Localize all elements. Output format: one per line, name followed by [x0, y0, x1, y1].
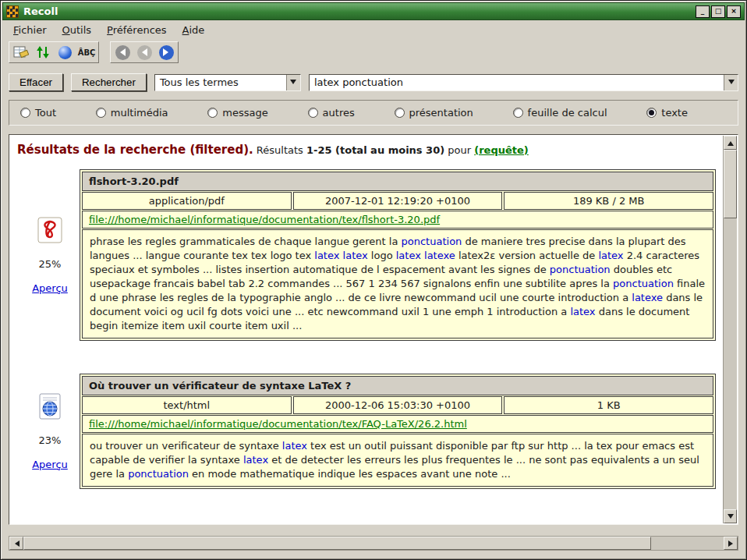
filter-radio-presentation[interactable]: présentation: [395, 107, 473, 119]
result-mime: application/pdf: [82, 192, 292, 210]
vertical-scrollbar-track[interactable]: [724, 218, 737, 509]
pdf-file-icon: [37, 217, 62, 246]
filter-label: présentation: [409, 107, 473, 119]
radio-icon: [96, 108, 106, 118]
query-sphere-icon[interactable]: [55, 44, 75, 61]
recoll-app-icon: [6, 5, 19, 18]
radio-icon: [207, 108, 218, 118]
horizontal-scrollbar-thumb[interactable]: [23, 537, 651, 550]
next-page-circle: [159, 45, 174, 60]
radio-icon: [308, 108, 318, 118]
relevance-score: 25%: [39, 258, 62, 270]
sort-by-dates-icon[interactable]: [33, 44, 53, 61]
filter-radio-message[interactable]: message: [207, 107, 267, 119]
search-query-input[interactable]: [310, 75, 724, 90]
result-table: Où trouver un vérificateur de syntaxe La…: [80, 374, 716, 489]
html-file-icon: [37, 393, 62, 422]
scroll-left-icon[interactable]: [9, 537, 23, 550]
result-size: 189 KB / 2 MB: [504, 192, 713, 210]
result-date: 2007-12-01 12:19:20 +0100: [293, 192, 503, 210]
first-page-icon[interactable]: [112, 44, 133, 61]
vertical-scrollbar[interactable]: [723, 136, 737, 523]
menu-aide[interactable]: Aide: [176, 23, 211, 37]
toolbar-group-main: ÂBÇ: [9, 41, 99, 63]
clear-button[interactable]: Effacer: [9, 73, 63, 91]
close-icon[interactable]: ×: [727, 5, 741, 18]
results-header-title: Résultats de la recherche (filtered).: [17, 143, 253, 157]
result-url-link[interactable]: file:///home/michael/informatique/docume…: [89, 214, 440, 225]
match-mode-value: Tous les termes: [155, 75, 286, 90]
results-range: 1-25 (total au moins 30): [306, 144, 444, 156]
toolbar: ÂBÇ: [2, 39, 745, 66]
result-title: Où trouver un vérificateur de syntaxe La…: [82, 376, 713, 395]
menubar: Fichier Outils Préférences Aide: [2, 20, 745, 39]
result-abstract: phrase les regles grammaticales de chaqu…: [82, 229, 713, 338]
chevron-down-icon[interactable]: [286, 75, 300, 90]
relevance-score: 23%: [39, 434, 62, 446]
filter-radio-tout[interactable]: Tout: [20, 107, 56, 119]
toolbar-group-nav: [110, 41, 179, 63]
result-title: flshort-3.20.pdf: [82, 172, 713, 191]
preview-link[interactable]: Aperçu: [32, 459, 68, 470]
filter-radio-texte[interactable]: texte: [646, 107, 688, 119]
filter-label: autres: [323, 107, 355, 119]
scroll-up-icon[interactable]: [724, 136, 737, 150]
window-title: Recoll: [23, 5, 58, 17]
vertical-scrollbar-thumb[interactable]: [724, 150, 737, 218]
filter-label: feuille de calcul: [528, 107, 607, 119]
result-row: 23% Aperçu Où trouver un vérificateur de…: [20, 374, 716, 489]
filter-category-panel: Tout multimédia message autres présentat…: [9, 100, 738, 126]
chevron-down-icon[interactable]: [724, 75, 738, 90]
radio-icon: [395, 108, 405, 118]
horizontal-scrollbar-track[interactable]: [651, 537, 724, 550]
result-url-row: file:///home/michael/informatique/docume…: [82, 415, 713, 433]
result-url-link[interactable]: file:///home/michael/informatique/docume…: [89, 418, 467, 430]
search-query-combobox: [309, 74, 738, 91]
window-controls: _ □ ×: [696, 5, 741, 18]
menu-outils[interactable]: Outils: [56, 23, 98, 37]
horizontal-scrollbar[interactable]: [9, 536, 738, 551]
result-meta-row: application/pdf 2007-12-01 12:19:20 +010…: [82, 192, 713, 210]
filter-label: Tout: [35, 107, 56, 119]
results-viewport: Résultats de la recherche (filtered). Ré…: [9, 134, 738, 525]
scroll-down-icon[interactable]: [724, 509, 737, 523]
first-page-circle: [115, 45, 130, 60]
result-url-row: file:///home/michael/informatique/docume…: [82, 211, 713, 229]
radio-icon: [513, 108, 523, 118]
result-size: 1 KB: [504, 396, 713, 414]
clear-search-icon[interactable]: [11, 44, 31, 61]
match-mode-combobox[interactable]: Tous les termes: [154, 74, 301, 91]
filter-label: texte: [661, 107, 688, 119]
result-mime: text/html: [82, 396, 292, 414]
filter-radio-multimedia[interactable]: multimédia: [96, 107, 168, 119]
result-table: flshort-3.20.pdf application/pdf 2007-12…: [80, 169, 716, 341]
menu-preferences[interactable]: Préférences: [101, 23, 172, 37]
result-abstract: ou trouver un verificateur de syntaxe la…: [82, 434, 713, 487]
blue-sphere-icon: [58, 46, 72, 59]
results-header-label: Résultats: [257, 144, 306, 156]
search-row: Effacer Rechercher Tous les termes: [2, 66, 745, 94]
previous-page-circle: [137, 45, 152, 60]
result-meta-row: text/html 2000-12-06 15:03:30 +0100 1 KB: [82, 396, 713, 414]
term-explorer-icon[interactable]: ÂBÇ: [76, 44, 97, 61]
scroll-right-icon[interactable]: [724, 537, 738, 550]
previous-page-icon[interactable]: [134, 44, 154, 61]
filter-radio-autres[interactable]: autres: [308, 107, 355, 119]
filter-label: message: [222, 107, 267, 119]
query-details-link[interactable]: (requête): [474, 144, 529, 156]
results-header-connector: pour: [444, 144, 474, 156]
filter-radio-feuille-de-calcul[interactable]: feuille de calcul: [513, 107, 607, 119]
menu-fichier[interactable]: Fichier: [7, 23, 53, 37]
titlebar: Recoll _ □ ×: [2, 2, 745, 20]
search-button[interactable]: Rechercher: [71, 73, 147, 91]
result-side-panel: 25% Aperçu: [20, 169, 80, 341]
recoll-window: Recoll _ □ × Fichier Outils Préférences …: [0, 0, 747, 560]
maximize-icon[interactable]: □: [711, 5, 725, 18]
results-header: Résultats de la recherche (filtered). Ré…: [17, 143, 720, 157]
next-page-icon[interactable]: [156, 44, 176, 61]
result-date: 2000-12-06 15:03:30 +0100: [293, 396, 503, 414]
minimize-icon[interactable]: _: [696, 5, 710, 18]
radio-icon-selected: [646, 108, 657, 118]
preview-link[interactable]: Aperçu: [32, 282, 68, 294]
radio-icon: [20, 108, 30, 118]
